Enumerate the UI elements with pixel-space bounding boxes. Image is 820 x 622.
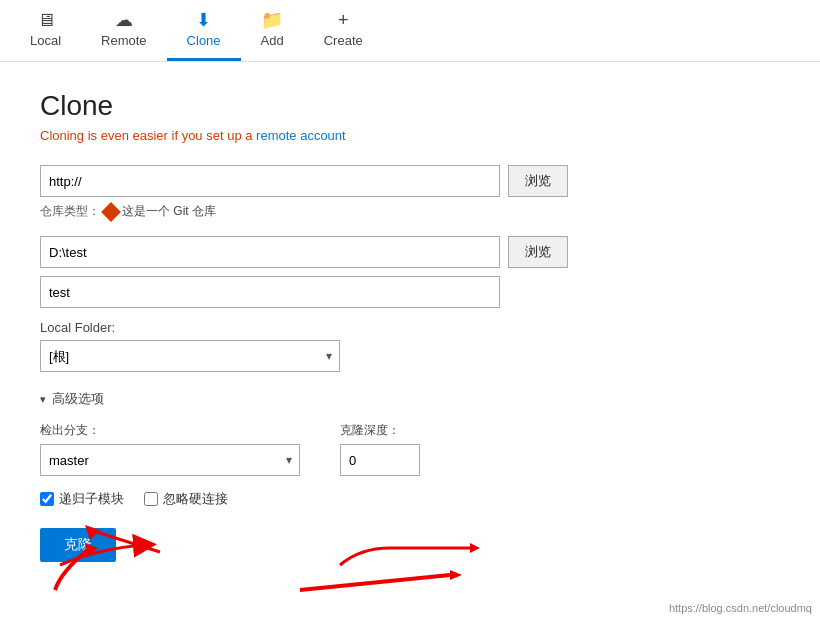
nav-create-label: Create xyxy=(324,33,363,48)
name-input[interactable] xyxy=(40,276,500,308)
local-folder-label: Local Folder: xyxy=(40,320,780,335)
nav-clone[interactable]: ⬇ Clone xyxy=(167,0,241,61)
url-row: 浏览 xyxy=(40,165,780,197)
submodule-label: 递归子模块 xyxy=(59,490,124,508)
advanced-label: 高级选项 xyxy=(52,390,104,408)
add-icon: 📁 xyxy=(261,11,283,29)
subtitle: Cloning is even easier if you set up a r… xyxy=(40,128,780,143)
branch-select-wrap: master ▾ xyxy=(40,444,300,476)
chevron-right-icon: ▾ xyxy=(40,393,46,406)
main-content: Clone Cloning is even easier if you set … xyxy=(0,62,820,582)
page-title: Clone xyxy=(40,90,780,122)
submodule-checkbox-label[interactable]: 递归子模块 xyxy=(40,490,124,508)
advanced-section: ▾ 高级选项 检出分支： master ▾ 克隆深度： xyxy=(40,390,780,508)
symlink-label: 忽略硬连接 xyxy=(163,490,228,508)
nav-local-label: Local xyxy=(30,33,61,48)
advanced-grid: 检出分支： master ▾ 克隆深度： xyxy=(40,422,780,476)
browse-button-1[interactable]: 浏览 xyxy=(508,165,568,197)
local-icon: 🖥 xyxy=(37,11,55,29)
depth-label: 克隆深度： xyxy=(340,422,420,439)
nav-remote-label: Remote xyxy=(101,33,147,48)
local-folder-select-wrap: [根] ▾ xyxy=(40,340,340,372)
name-row xyxy=(40,276,780,308)
submodule-checkbox[interactable] xyxy=(40,492,54,506)
clone-icon: ⬇ xyxy=(196,11,211,29)
watermark: https://blog.csdn.net/cloudmq xyxy=(669,602,812,614)
branch-select[interactable]: master xyxy=(40,444,300,476)
branch-col: 检出分支： master ▾ xyxy=(40,422,300,476)
advanced-toggle[interactable]: ▾ 高级选项 xyxy=(40,390,780,408)
browse-button-2[interactable]: 浏览 xyxy=(508,236,568,268)
nav-add[interactable]: 📁 Add xyxy=(241,0,304,61)
remote-icon: ☁ xyxy=(115,11,133,29)
nav-create[interactable]: + Create xyxy=(304,0,383,61)
local-folder-select[interactable]: [根] xyxy=(40,340,340,372)
navbar: 🖥 Local ☁ Remote ⬇ Clone 📁 Add + Create xyxy=(0,0,820,62)
remote-account-link[interactable]: remote account xyxy=(256,128,346,143)
path-row: 浏览 xyxy=(40,236,780,268)
nav-clone-label: Clone xyxy=(187,33,221,48)
nav-remote[interactable]: ☁ Remote xyxy=(81,0,167,61)
depth-col: 克隆深度： xyxy=(340,422,420,476)
url-input[interactable] xyxy=(40,165,500,197)
symlink-checkbox-label[interactable]: 忽略硬连接 xyxy=(144,490,228,508)
repo-type-label: 仓库类型： xyxy=(40,203,100,220)
repo-type-row: 仓库类型： 这是一个 Git 仓库 xyxy=(40,203,780,220)
symlink-checkbox[interactable] xyxy=(144,492,158,506)
nav-add-label: Add xyxy=(261,33,284,48)
checkbox-row: 递归子模块 忽略硬连接 xyxy=(40,490,780,508)
branch-label: 检出分支： xyxy=(40,422,300,439)
create-icon: + xyxy=(338,11,349,29)
git-icon xyxy=(101,202,121,222)
repo-type-text: 这是一个 Git 仓库 xyxy=(122,203,216,220)
nav-local[interactable]: 🖥 Local xyxy=(10,0,81,61)
depth-input[interactable] xyxy=(340,444,420,476)
clone-button[interactable]: 克隆 xyxy=(40,528,116,562)
subtitle-prefix: Cloning is even easier if you set up a xyxy=(40,128,256,143)
path-input[interactable] xyxy=(40,236,500,268)
